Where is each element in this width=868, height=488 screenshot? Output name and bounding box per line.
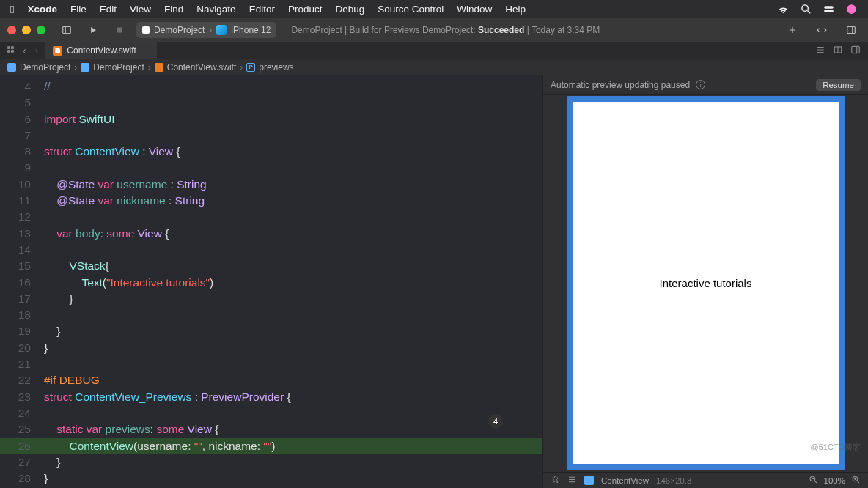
close-window-button[interactable] bbox=[7, 26, 16, 34]
code-line[interactable]: 12 bbox=[0, 209, 542, 225]
related-items-icon[interactable] bbox=[6, 45, 15, 56]
menu-window[interactable]: Window bbox=[457, 4, 492, 15]
code-line[interactable]: 23struct ContentView_Previews : PreviewP… bbox=[0, 389, 542, 405]
code-content[interactable]: } bbox=[44, 340, 542, 356]
code-content[interactable] bbox=[44, 95, 542, 111]
code-line[interactable]: 18 bbox=[0, 307, 542, 323]
apple-menu-icon[interactable]:  bbox=[10, 3, 14, 15]
preview-canvas[interactable]: Interactive tutorials @51CTO博客 bbox=[543, 95, 868, 472]
code-content[interactable]: static var previews: some View { bbox=[44, 421, 542, 437]
menu-help[interactable]: Help bbox=[505, 4, 526, 15]
nav-forward-button[interactable]: › bbox=[34, 45, 40, 56]
code-line[interactable]: 6import SwiftUI bbox=[0, 111, 542, 127]
menu-view[interactable]: View bbox=[130, 4, 151, 15]
code-line[interactable]: 17 } bbox=[0, 291, 542, 307]
canvas-footer: ContentView 146×20.3 100% bbox=[543, 472, 868, 488]
app-menu[interactable]: Xcode bbox=[27, 4, 57, 15]
code-line[interactable]: 16 Text("Interactive tutorials") bbox=[0, 275, 542, 291]
code-content[interactable]: } bbox=[44, 291, 542, 307]
menu-find[interactable]: Find bbox=[164, 4, 183, 15]
menu-editor[interactable]: Editor bbox=[249, 4, 275, 15]
menu-debug[interactable]: Debug bbox=[335, 4, 364, 15]
code-content[interactable] bbox=[44, 307, 542, 323]
code-content[interactable] bbox=[44, 160, 542, 176]
info-icon[interactable]: i bbox=[696, 80, 705, 89]
breadcrumb-symbol[interactable]: previews bbox=[259, 62, 293, 73]
code-content[interactable]: var body: some View { bbox=[44, 226, 542, 242]
nav-back-button[interactable]: ‹ bbox=[21, 45, 28, 56]
add-button[interactable] bbox=[783, 22, 802, 38]
code-line[interactable]: 14 bbox=[0, 242, 542, 258]
menu-navigate[interactable]: Navigate bbox=[196, 4, 235, 15]
code-content[interactable]: // bbox=[44, 78, 542, 95]
breadcrumb-folder[interactable]: DemoProject bbox=[93, 62, 144, 73]
code-content[interactable] bbox=[44, 405, 542, 421]
wifi-icon[interactable] bbox=[777, 3, 790, 15]
code-content[interactable]: struct ContentView_Previews : PreviewPro… bbox=[44, 389, 542, 405]
preview-list-icon[interactable] bbox=[567, 475, 577, 486]
code-line[interactable]: 7 bbox=[0, 127, 542, 144]
code-content[interactable] bbox=[44, 209, 542, 225]
toggle-inspector-button[interactable] bbox=[842, 22, 861, 38]
code-content[interactable] bbox=[44, 356, 542, 372]
code-line[interactable]: 26 ContentView(username: "", nickname: "… bbox=[0, 438, 542, 454]
zoom-out-icon[interactable] bbox=[809, 475, 818, 486]
add-editor-icon[interactable] bbox=[850, 45, 861, 57]
code-content[interactable] bbox=[44, 242, 542, 258]
code-line[interactable]: 11 @State var nickname : String bbox=[0, 193, 542, 209]
code-line[interactable]: 27 } bbox=[0, 454, 542, 470]
code-line[interactable]: 28} bbox=[0, 470, 542, 487]
code-content[interactable]: @State var nickname : String bbox=[44, 193, 542, 209]
code-line[interactable]: 20} bbox=[0, 340, 542, 356]
code-line[interactable]: 22#if DEBUG bbox=[0, 372, 542, 388]
zoom-level[interactable]: 100% bbox=[824, 476, 845, 485]
code-editor[interactable]: 4//56import SwiftUI78struct ContentView … bbox=[0, 75, 542, 488]
code-content[interactable]: import SwiftUI bbox=[44, 111, 542, 127]
code-content[interactable]: Text("Interactive tutorials") bbox=[44, 275, 542, 291]
code-content[interactable] bbox=[44, 127, 542, 144]
toggle-navigator-button[interactable] bbox=[57, 22, 76, 38]
code-line[interactable]: 4// bbox=[0, 78, 542, 95]
code-line[interactable]: 24 bbox=[0, 405, 542, 421]
code-line[interactable]: 5 bbox=[0, 95, 542, 111]
code-content[interactable]: } bbox=[44, 470, 542, 487]
code-line[interactable]: 19 } bbox=[0, 323, 542, 339]
adjust-editor-icon[interactable] bbox=[833, 45, 843, 57]
code-content[interactable]: #if DEBUG bbox=[44, 372, 542, 388]
zoom-window-button[interactable] bbox=[37, 26, 45, 34]
scheme-selector[interactable]: DemoProject › iPhone 12 bbox=[136, 22, 276, 38]
code-line[interactable]: 9 bbox=[0, 160, 542, 176]
resume-button[interactable]: Resume bbox=[816, 79, 861, 91]
code-content[interactable]: ContentView(username: "", nickname: "") bbox=[44, 438, 542, 454]
code-content[interactable]: } bbox=[44, 454, 542, 470]
editor-options-icon[interactable] bbox=[815, 45, 825, 57]
menu-edit[interactable]: Edit bbox=[100, 4, 117, 15]
code-content[interactable]: struct ContentView : View { bbox=[44, 144, 542, 160]
menu-file[interactable]: File bbox=[70, 4, 87, 15]
code-line[interactable]: 15 VStack{ bbox=[0, 258, 542, 274]
code-line[interactable]: 10 @State var username : String bbox=[0, 177, 542, 193]
code-content[interactable]: } bbox=[44, 323, 542, 339]
code-review-button[interactable] bbox=[812, 22, 831, 38]
stop-button[interactable] bbox=[110, 22, 129, 38]
control-center-icon[interactable] bbox=[823, 3, 835, 15]
issue-count-badge[interactable]: 4 bbox=[488, 414, 503, 429]
code-line[interactable]: 21 bbox=[0, 356, 542, 372]
code-content[interactable]: @State var username : String bbox=[44, 177, 542, 193]
code-line[interactable]: 8struct ContentView : View { bbox=[0, 144, 542, 160]
code-line[interactable]: 25 static var previews: some View { bbox=[0, 421, 542, 437]
run-button[interactable] bbox=[84, 22, 103, 38]
breadcrumb-file[interactable]: ContentView.swift bbox=[167, 62, 237, 73]
editor-tab[interactable]: ContentView.swift bbox=[45, 42, 157, 59]
pin-icon[interactable] bbox=[551, 475, 560, 486]
zoom-in-icon[interactable] bbox=[851, 475, 861, 486]
menu-product[interactable]: Product bbox=[288, 4, 323, 15]
minimize-window-button[interactable] bbox=[22, 26, 31, 34]
spotlight-icon[interactable] bbox=[800, 3, 812, 15]
siri-icon[interactable] bbox=[845, 3, 858, 15]
code-line[interactable]: 13 var body: some View { bbox=[0, 226, 542, 242]
menu-source-control[interactable]: Source Control bbox=[378, 4, 444, 15]
code-content[interactable]: VStack{ bbox=[44, 258, 542, 274]
breadcrumb-project[interactable]: DemoProject bbox=[20, 62, 70, 73]
preview-footer-label[interactable]: ContentView bbox=[601, 476, 649, 485]
